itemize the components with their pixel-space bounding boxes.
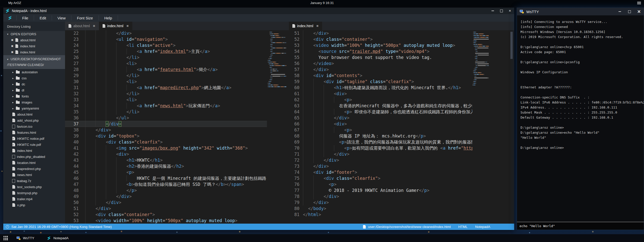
terminal-minimize-button[interactable] xyxy=(615,8,625,15)
code-line-24[interactable]: 24 <li class="active"> xyxy=(65,42,267,48)
tree-file-index.php_disabled[interactable]: index.php_disabled xyxy=(3,154,65,160)
close-icon[interactable]: ✖ xyxy=(11,45,13,48)
open-editors-header[interactable]: ▾ OPEN EDITORS xyxy=(3,31,65,37)
minimize-button[interactable] xyxy=(488,8,497,14)
code-line-37[interactable]: 37 </div> xyxy=(65,121,267,127)
start-menu-icon[interactable] xyxy=(4,236,8,240)
notepada-titlebar[interactable]: NotepadA - index.html ✕ xyxy=(3,8,514,14)
code-line-32[interactable]: 32 </li> xyxy=(65,91,267,97)
code-editor-right[interactable]: 51 </div>52 <div class="container">53 <v… xyxy=(289,30,472,224)
tree-file-news.html[interactable]: news.html xyxy=(3,172,65,178)
minimap-left[interactable] xyxy=(267,31,286,88)
code-line-43[interactable]: 43 <h1>HKWTC</h1> xyxy=(65,157,267,163)
code-line-38[interactable]: 38 </div> xyxy=(65,127,267,133)
code-line-35[interactable]: 35 </li> xyxy=(65,109,267,115)
taskbar-item-notepada[interactable]: NotepadA xyxy=(43,234,73,242)
tree-folder-dl[interactable]: ▸dl xyxy=(3,87,65,93)
tree-folder-dc[interactable]: ▸dc xyxy=(3,81,65,87)
code-line-58[interactable]: 58 <div id="contents"> xyxy=(289,73,472,79)
code-line-66[interactable]: 66 <div> xyxy=(289,121,472,127)
menu-view[interactable]: View xyxy=(52,15,71,20)
code-line-33[interactable]: 33 <li> xyxy=(65,97,267,103)
code-line-67[interactable]: 67 <p> xyxy=(289,127,472,133)
code-line-71[interactable]: 71 </div> xyxy=(289,151,472,157)
code-line-68[interactable]: 68 伺服器 IP 地址為： mcs.hkwtc.org</p> xyxy=(289,133,472,139)
maximize-button[interactable] xyxy=(497,8,506,14)
tree-file-mapredirect.php[interactable]: mapredirect.php xyxy=(3,166,65,172)
code-line-70[interactable]: 70 <p>如有問題或需要申請白名單，歡迎加入我們的 <a href="http… xyxy=(289,145,472,151)
code-line-56[interactable]: 56 </video> xyxy=(289,60,472,66)
code-line-65[interactable]: 65 </div> xyxy=(289,115,472,121)
code-line-39[interactable]: 39 <div id="topbox"> xyxy=(65,133,267,139)
code-line-75[interactable]: 75 <div class="clearfix"> xyxy=(289,175,472,181)
menu-file[interactable]: File xyxy=(17,15,34,20)
code-line-49[interactable]: 49 </div> xyxy=(65,193,267,199)
tree-file-HKWTC-notice.pdf[interactable]: HKWTC notice.pdf xyxy=(3,135,65,142)
code-line-52[interactable]: 52 <div class="container"> xyxy=(65,212,267,218)
tree-file-features.html[interactable]: features.html xyxy=(3,129,65,135)
code-line-73[interactable]: 73 </div> xyxy=(289,163,472,169)
tree-folder-fonts[interactable]: ▸fonts xyxy=(3,93,65,99)
statusbar-language[interactable]: HTML xyxy=(458,225,468,229)
code-line-29[interactable]: 29 </li> xyxy=(65,73,267,79)
code-line-48[interactable]: 48 </p> xyxy=(65,187,267,193)
hamburger-menu-icon[interactable] xyxy=(637,1,641,5)
code-line-72[interactable]: 72 </div> xyxy=(289,157,472,163)
close-icon[interactable]: ✖ xyxy=(11,39,13,42)
code-line-53[interactable]: 53 <video width="100%" height="500px" au… xyxy=(289,42,472,48)
code-line-44[interactable]: 44 <h2>香港的建築伺服器</h2> xyxy=(65,163,267,169)
code-line-34[interactable]: 34 <a href="news.html">玩家傳送門</a> xyxy=(65,103,267,109)
tree-file-add_vhost.php[interactable]: add_vhost.php xyxy=(3,117,65,123)
code-line-54[interactable]: 54 <source src="trailer.mp4" type="video… xyxy=(289,48,472,54)
terminal-output[interactable]: [info] Conencting to arozos WsTTY servic… xyxy=(517,15,644,222)
tree-folder-autostation[interactable]: ▸autostation xyxy=(3,69,65,75)
menu-edit[interactable]: Edit xyxy=(34,15,52,20)
tab-index.html[interactable]: index.html✖ xyxy=(99,22,132,30)
terminal-input[interactable]: echo "Hello World" xyxy=(517,222,644,230)
tree-file-about.html[interactable]: about.html xyxy=(3,111,65,117)
code-line-78[interactable]: 78 </div> xyxy=(289,193,472,199)
tree-folder-css[interactable]: ▸css xyxy=(3,75,65,81)
code-line-77[interactable]: 77 © 2018 - 2019 HKWTC Animation Gamer</… xyxy=(289,187,472,193)
code-line-55[interactable]: 55 Your browser does not support the vid… xyxy=(289,54,472,60)
code-line-51[interactable]: 51 </div> xyxy=(65,205,267,212)
code-line-46[interactable]: 46 HKWTC 是一個 Minecraft 的建築伺服器，主要建築計劃包括鐵路 xyxy=(65,175,267,181)
terminal-maximize-button[interactable] xyxy=(625,8,634,15)
tree-file-HKWTC-rule.pdf[interactable]: HKWTC rule.pdf xyxy=(3,142,65,148)
terminal-close-button[interactable]: ✕ xyxy=(634,8,644,15)
tree-file-testmysql.php[interactable]: testmysql.php xyxy=(3,190,65,196)
minimap-right[interactable] xyxy=(472,31,489,86)
tree-file-teabag.7z[interactable]: teabag.7z xyxy=(3,178,65,184)
menu-help[interactable]: Help xyxy=(99,15,118,20)
code-line-42[interactable]: 42 <div> xyxy=(65,151,267,157)
open-editor-item[interactable]: ✖index.html xyxy=(3,43,65,49)
code-line-64[interactable]: 64 <p> 即使你不是建築師，你也能透過紅石師或鐵路工程師的身份加入我 xyxy=(289,109,472,115)
code-line-30[interactable]: 30 <li> xyxy=(65,79,267,85)
taskbar-item-wstty[interactable]: WsTTY xyxy=(12,234,38,242)
tab-about.html[interactable]: about.html✖ xyxy=(65,22,99,30)
menu-font-size[interactable]: Font Size xyxy=(71,15,99,20)
wstty-titlebar[interactable]: WsTTY ✕ xyxy=(517,8,644,15)
code-line-59[interactable]: 59 <div id="tagline" class="clearfix"> xyxy=(289,79,472,85)
code-line-27[interactable]: 27 <li> xyxy=(65,60,267,66)
code-line-31[interactable]: 31 <a href="mapredirect.php">網上地圖</a> xyxy=(65,85,267,91)
code-line-28[interactable]: 28 <a href="features.html">簡介</a> xyxy=(65,66,267,73)
close-button[interactable]: ✕ xyxy=(506,8,514,14)
close-icon[interactable]: ✖ xyxy=(316,24,319,28)
code-line-80[interactable]: 80 </body> xyxy=(289,205,472,212)
code-line-40[interactable]: 40 <div class="clearfix"> xyxy=(65,139,267,145)
code-line-74[interactable]: 74 <div id="footer"> xyxy=(289,169,472,175)
code-line-52[interactable]: 52 <div class="container"> xyxy=(289,36,472,42)
code-line-81[interactable]: 81</html> xyxy=(289,212,472,218)
tree-folder-images[interactable]: ▸images xyxy=(3,99,65,105)
statusbar-filepath[interactable]: user:/Desktop/screenshot/test/www cleane… xyxy=(368,225,451,229)
close-icon[interactable]: ✖ xyxy=(126,24,129,28)
code-line-61[interactable]: 61 <div> xyxy=(289,91,472,97)
close-icon[interactable]: ✖ xyxy=(93,24,95,28)
tree-file-trailer.mp4[interactable]: trailer.mp4 xyxy=(3,196,65,202)
code-line-79[interactable]: 79 </div> xyxy=(289,199,472,205)
scrollbar-thumb[interactable] xyxy=(510,32,513,59)
code-line-26[interactable]: 26 </li> xyxy=(65,54,267,60)
code-line-47[interactable]: 47 <b>你知道我們全線伺服器已轉用 SSD 了嗎？</b></span> xyxy=(65,181,267,187)
code-line-63[interactable]: 63 在香港的Minecraft 伺服器中，多為小遊戲和純生存的伺服器，較少擁有 xyxy=(289,103,472,109)
